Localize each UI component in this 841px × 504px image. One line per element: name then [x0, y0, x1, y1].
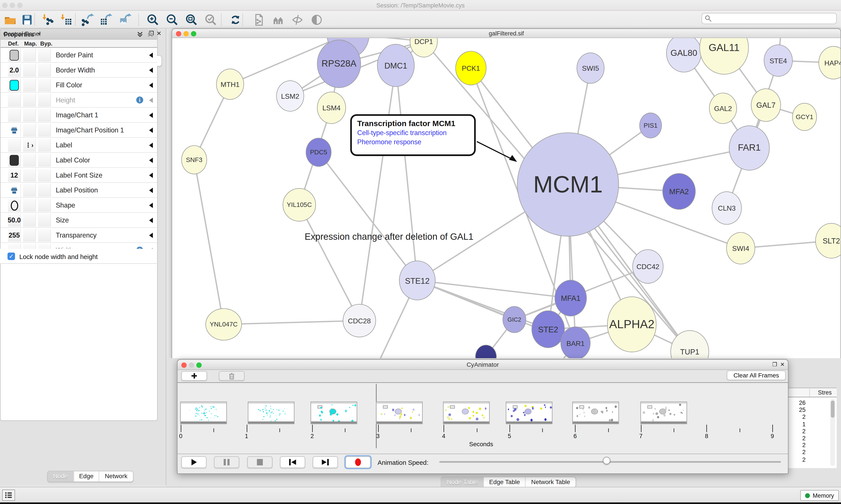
map-cell[interactable] [23, 229, 36, 242]
byp-cell[interactable] [38, 109, 51, 122]
byp-cell[interactable] [38, 184, 51, 197]
map-cell[interactable] [23, 124, 36, 137]
byp-cell[interactable] [38, 139, 51, 152]
def-cell[interactable]: 12 [8, 169, 21, 182]
expression-annotation[interactable]: Expression change after deletion of GAL1 [305, 232, 473, 242]
byp-cell[interactable] [38, 79, 51, 92]
network-node-far1[interactable]: FAR1 [729, 125, 770, 170]
window-close-button[interactable] [2, 3, 7, 8]
def-cell[interactable] [8, 94, 21, 107]
map-cell[interactable] [23, 109, 36, 122]
expand-row-icon[interactable] [149, 187, 153, 193]
close-icon[interactable] [181, 363, 186, 368]
export-image-button[interactable] [117, 12, 133, 27]
network-node-gal7[interactable]: GAL7 [751, 88, 781, 122]
network-node-ste4[interactable]: STE4 [764, 44, 793, 77]
refresh-layout-button[interactable] [227, 12, 243, 27]
task-history-button[interactable] [2, 489, 15, 501]
byp-cell[interactable] [38, 154, 51, 167]
previous-frame-button[interactable] [280, 456, 305, 468]
byp-cell[interactable] [38, 214, 51, 227]
zoom-in-button[interactable] [145, 12, 161, 27]
expand-row-icon[interactable] [149, 112, 153, 118]
zoom-out-button[interactable] [164, 12, 180, 27]
expand-row-icon[interactable] [149, 233, 153, 238]
property-row-height[interactable]: Heighti [0, 93, 157, 108]
map-cell[interactable] [23, 184, 36, 197]
network-node-pck1[interactable]: PCK1 [455, 51, 486, 85]
byp-cell[interactable] [38, 229, 51, 242]
minimize-icon[interactable] [189, 363, 194, 368]
network-node-ste2[interactable]: STE2 [532, 310, 565, 348]
stop-button[interactable] [247, 456, 272, 468]
slider-handle[interactable] [603, 457, 610, 464]
save-session-button[interactable] [19, 12, 35, 27]
property-row-transparency[interactable]: 255Transparency [0, 228, 157, 243]
network-node-swi5[interactable]: SWI5 [577, 53, 605, 84]
export-table-button[interactable] [98, 12, 114, 27]
network-node-snf3[interactable]: SNF3 [181, 145, 207, 174]
tab-node[interactable]: Node [48, 471, 74, 482]
def-cell[interactable] [8, 199, 21, 212]
def-cell[interactable] [8, 154, 21, 167]
maximize-icon[interactable] [191, 31, 196, 36]
expand-row-icon[interactable] [149, 143, 153, 148]
network-node-lsm4[interactable]: LSM4 [317, 92, 346, 124]
map-cell[interactable] [23, 199, 36, 212]
network-node-swi4[interactable]: SWI4 [726, 232, 755, 264]
network-node-gic2[interactable]: GIC2 [503, 306, 526, 333]
frame-thumbnail-2[interactable] [310, 401, 357, 424]
column-stress[interactable]: Stres [818, 389, 832, 396]
network-node-cdc42[interactable]: CDC42 [632, 249, 663, 284]
close-icon[interactable] [176, 31, 181, 36]
close-window-icon[interactable]: ✕ [780, 361, 785, 367]
show-graphics-details-button[interactable] [309, 12, 325, 27]
network-node-lsm2[interactable]: LSM2 [276, 80, 304, 111]
property-row-image-chart-1[interactable]: Image/Chart 1 [0, 108, 157, 123]
frame-thumbnail-6[interactable] [572, 401, 619, 424]
network-from-selection-button[interactable] [251, 12, 267, 27]
annotation-box[interactable]: Transcription factor MCM1 Cell-type-spec… [350, 114, 476, 156]
map-cell[interactable]: ⋮› [23, 139, 36, 152]
delete-frame-button[interactable] [219, 371, 245, 381]
property-row-label-position[interactable]: Label Position [0, 183, 157, 198]
import-network-button[interactable] [40, 12, 56, 27]
hide-selected-button[interactable] [289, 12, 305, 27]
close-panel-icon[interactable]: ✕ [157, 30, 162, 37]
property-row-fill-color[interactable]: Fill Color [0, 78, 157, 93]
network-node-ste12[interactable]: STE12 [399, 260, 435, 300]
pause-button[interactable] [214, 456, 239, 468]
network-node-gal2[interactable]: GAL2 [709, 93, 737, 124]
expand-row-icon[interactable] [149, 83, 153, 88]
def-cell[interactable] [8, 139, 21, 152]
network-node-cdc28[interactable]: CDC28 [343, 304, 376, 337]
expand-row-icon[interactable] [149, 68, 153, 73]
open-file-button[interactable] [2, 12, 18, 27]
window-zoom-button[interactable] [17, 3, 22, 8]
map-cell[interactable] [23, 49, 36, 62]
expand-row-icon[interactable] [149, 128, 153, 133]
byp-cell[interactable] [38, 49, 51, 62]
tab-node-table[interactable]: Node Table [442, 477, 484, 488]
network-node-pis1[interactable]: PIS1 [639, 112, 662, 138]
add-frame-button[interactable] [181, 371, 207, 381]
byp-cell[interactable] [38, 199, 51, 212]
def-cell[interactable]: 50.0 [8, 214, 21, 227]
def-cell[interactable] [8, 79, 21, 92]
network-node-mfa2[interactable]: MFA2 [662, 173, 696, 210]
frame-thumbnail-4[interactable] [443, 401, 490, 424]
export-network-button[interactable] [79, 12, 95, 27]
network-node-cln3[interactable]: CLN3 [712, 191, 742, 224]
byp-cell[interactable] [38, 169, 51, 182]
scrollbar-thumb[interactable] [831, 400, 835, 417]
def-cell[interactable]: 2.0 [8, 64, 21, 77]
lock-size-checkbox[interactable]: ✓ [7, 252, 15, 260]
tab-network[interactable]: Network [100, 471, 133, 482]
import-table-button[interactable] [58, 12, 74, 27]
network-node-bar1[interactable]: BAR1 [560, 326, 590, 359]
property-row-label-color[interactable]: Label Color [0, 153, 157, 168]
timeline-strip[interactable]: 0123456789 Seconds [178, 382, 788, 453]
def-cell[interactable] [8, 124, 21, 137]
cyanimator-titlebar[interactable]: CyAnimator ❐ ✕ [178, 360, 788, 370]
expand-row-icon[interactable] [149, 98, 153, 103]
